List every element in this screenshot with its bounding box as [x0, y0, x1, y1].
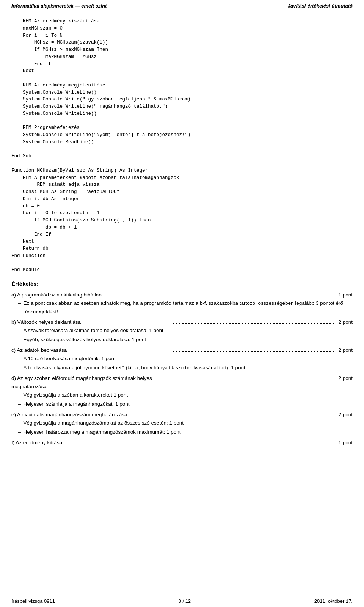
eval-dots-b — [173, 323, 334, 324]
eval-item-a: a) A programkód szintaktikailag hibátlan… — [11, 291, 353, 316]
eval-item-e: e) A maximális magánhangzószám meghatáro… — [11, 411, 353, 436]
eval-subs-b: –A szavak tárolására alkalmas tömb helye… — [11, 326, 353, 344]
eval-sub-item-d-0: –Végigvizsgálja a szóban a karaktereket:… — [18, 391, 353, 399]
eval-sub-item-d-1: –Helyesen számlálja a magánhangzókat: 1 … — [18, 400, 353, 408]
eval-main-line-a: a) A programkód szintaktikailag hibátlan… — [11, 291, 353, 299]
header-title-left: Informatikai alapismeretek — emelt szint — [11, 3, 107, 9]
dash-icon: – — [18, 428, 21, 436]
eval-label-e: e) A maximális magánhangzószám meghatáro… — [11, 411, 172, 419]
eval-label-f: f) Az eredmény kiírása — [11, 439, 172, 447]
footer-left: írásbeli vizsga 0911 — [11, 598, 55, 604]
eval-sub-item-e-1: –Helyesen határozza meg a magánhangzószá… — [18, 428, 353, 436]
page-footer: írásbeli vizsga 0911 8 / 12 2011. októbe… — [0, 595, 364, 607]
eval-label-d: d) Az egy szóban előforduló magánhangzók… — [11, 374, 172, 391]
eval-points-c: 2 pont — [338, 346, 353, 354]
eval-sub-text: Ez a pont csak abban az esetben adhatók … — [24, 299, 353, 316]
footer-center: 8 / 12 — [179, 598, 191, 604]
eval-item-f: f) Az eredmény kiírása1 pont — [11, 439, 353, 447]
evaluation-title: Értékelés: — [11, 281, 353, 287]
eval-sub-text: A 10 szó beolvasása megtörténik: 1 pont — [24, 354, 116, 363]
eval-dots-d — [173, 380, 334, 380]
evaluation-items: a) A programkód szintaktikailag hibátlan… — [11, 291, 353, 447]
eval-main-line-b: b) Változók helyes deklarálása2 pont — [11, 318, 353, 326]
eval-subs-c: –A 10 szó beolvasása megtörténik: 1 pont… — [11, 354, 353, 372]
dash-icon: – — [18, 364, 21, 372]
eval-dots-e — [173, 416, 334, 416]
eval-dots-f — [173, 444, 334, 444]
eval-item-b: b) Változók helyes deklarálása2 pont–A s… — [11, 318, 353, 344]
eval-sub-item-c-1: –A beolvasás folyamata jól nyomon követh… — [18, 364, 353, 372]
eval-points-d: 2 pont — [338, 374, 353, 383]
eval-label-b: b) Változók helyes deklarálása — [11, 318, 172, 326]
eval-item-c: c) Az adatok beolvasása2 pont–A 10 szó b… — [11, 346, 353, 372]
eval-sub-item-e-0: –Végigvizsgálja a magánhangzószámokat az… — [18, 419, 353, 427]
eval-subs-d: –Végigvizsgálja a szóban a karaktereket:… — [11, 391, 353, 409]
eval-points-f: 1 pont — [338, 439, 353, 447]
dash-icon: – — [18, 299, 21, 307]
code-block: REM Az eredmény kiszámítása maxMGHszam =… — [11, 18, 353, 274]
eval-item-d: d) Az egy szóban előforduló magánhangzók… — [11, 374, 353, 408]
eval-points-e: 2 pont — [338, 411, 353, 419]
eval-sub-text: Végigvizsgálja a magánhangzószámokat az … — [24, 419, 184, 427]
eval-sub-text: Végigvizsgálja a szóban a karaktereket:1… — [24, 391, 128, 399]
eval-points-b: 2 pont — [338, 318, 353, 326]
eval-dots-c — [173, 351, 334, 352]
evaluation-section: Értékelés: a) A programkód szintaktikail… — [11, 281, 353, 447]
dash-icon: – — [18, 391, 21, 399]
eval-sub-item-b-1: –Egyéb, szükséges változók helyes deklar… — [18, 336, 353, 344]
dash-icon: – — [18, 400, 21, 408]
eval-label-a: a) A programkód szintaktikailag hibátlan — [11, 291, 172, 299]
dash-icon: – — [18, 419, 21, 427]
eval-subs-a: –Ez a pont csak abban az esetben adhatók… — [11, 299, 353, 316]
page: Informatikai alapismeretek — emelt szint… — [0, 0, 364, 607]
eval-sub-text: Helyesen határozza meg a magánhangzószám… — [24, 428, 181, 436]
page-header: Informatikai alapismeretek — emelt szint… — [0, 0, 364, 12]
eval-dots-a — [173, 296, 334, 296]
header-title-right: Javítási-értékelési útmutató — [288, 3, 353, 9]
eval-main-line-f: f) Az eredmény kiírása1 pont — [11, 439, 353, 447]
eval-main-line-e: e) A maximális magánhangzószám meghatáro… — [11, 411, 353, 419]
eval-sub-text: A szavak tárolására alkalmas tömb helyes… — [24, 326, 163, 335]
dash-icon: – — [18, 354, 21, 363]
eval-sub-item-c-0: –A 10 szó beolvasása megtörténik: 1 pont — [18, 354, 353, 363]
eval-main-line-c: c) Az adatok beolvasása2 pont — [11, 346, 353, 354]
page-content: REM Az eredmény kiszámítása maxMGHszam =… — [0, 16, 364, 457]
eval-sub-item-a-0: –Ez a pont csak abban az esetben adhatók… — [18, 299, 353, 316]
eval-subs-e: –Végigvizsgálja a magánhangzószámokat az… — [11, 419, 353, 437]
dash-icon: – — [18, 326, 21, 335]
footer-right: 2011. október 17. — [314, 598, 353, 604]
eval-sub-text: Helyesen számlálja a magánhangzókat: 1 p… — [24, 400, 130, 408]
eval-sub-text: Egyéb, szükséges változók helyes deklará… — [24, 336, 146, 344]
eval-sub-item-b-0: –A szavak tárolására alkalmas tömb helye… — [18, 326, 353, 335]
eval-label-c: c) Az adatok beolvasása — [11, 346, 172, 354]
eval-main-line-d: d) Az egy szóban előforduló magánhangzók… — [11, 374, 353, 391]
eval-points-a: 1 pont — [338, 291, 353, 299]
dash-icon: – — [18, 336, 21, 344]
eval-sub-text: A beolvasás folyamata jól nyomon követhe… — [24, 364, 245, 372]
